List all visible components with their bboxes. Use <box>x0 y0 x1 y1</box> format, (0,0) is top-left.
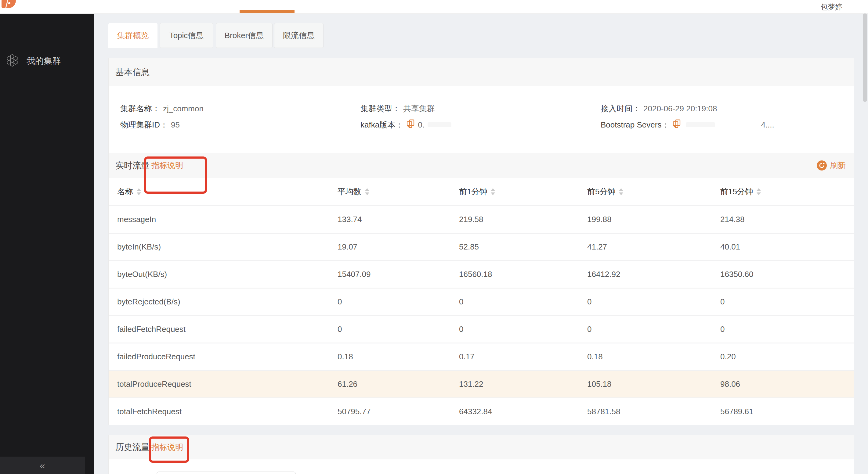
column-header-average[interactable]: 平均数 <box>338 178 369 205</box>
metric-value: 52.85 <box>459 234 479 260</box>
metric-value: 0.20 <box>720 343 736 370</box>
page: 包梦婷 我的集群 « 集群概览 Topic信息 Broker信息 限流信息 <box>0 0 868 474</box>
field-cluster-type: 集群类型： 共享集群 <box>361 102 435 115</box>
metric-value: 0 <box>338 289 342 315</box>
table-row[interactable]: byteIn(KB/s) 19.07 52.85 41.27 40.01 <box>108 233 854 260</box>
tab-label: Broker信息 <box>225 30 264 41</box>
column-header-last-15min[interactable]: 前15分钟 <box>720 178 761 205</box>
double-left-chevron-icon: « <box>40 461 45 470</box>
redacted-blur <box>428 122 452 127</box>
metric-doc-link[interactable]: 指标说明 <box>151 435 183 459</box>
table-row-highlighted[interactable]: totalProduceRequest 61.26 131.22 105.18 … <box>108 370 854 398</box>
metric-name: byteRejected(B/s) <box>117 289 180 315</box>
sidebar-collapse-button[interactable]: « <box>0 456 85 474</box>
copy-icon[interactable] <box>673 119 681 131</box>
column-header-last-5min[interactable]: 前5分钟 <box>587 178 623 205</box>
user-name[interactable]: 包梦婷 <box>820 2 842 12</box>
field-label: kafka版本： <box>361 120 403 130</box>
field-value-tail: 4.... <box>761 120 774 130</box>
tab-broker-info[interactable]: Broker信息 <box>216 23 273 48</box>
sidebar-item-my-clusters[interactable]: 我的集群 <box>0 52 94 70</box>
column-label: 平均数 <box>338 187 361 197</box>
metric-value: 50795.77 <box>338 398 371 425</box>
table-row[interactable]: totalFetchRequest 50795.77 64332.84 5878… <box>108 398 854 425</box>
tab-cluster-overview[interactable]: 集群概览 <box>108 23 157 48</box>
tab-label: 限流信息 <box>283 30 315 41</box>
tab-topic-info[interactable]: Topic信息 <box>160 23 213 48</box>
metric-value: 61.26 <box>338 371 358 398</box>
metric-name: totalProduceRequest <box>117 371 191 398</box>
metric-value: 0 <box>459 289 463 315</box>
vertical-scrollbar-thumb[interactable] <box>863 13 867 102</box>
active-nav-underline <box>240 10 294 13</box>
realtime-traffic-header: 实时流量 指标说明 刷新 <box>108 153 854 178</box>
metric-value: 15407.09 <box>338 261 371 287</box>
metric-value: 16560.18 <box>459 261 492 287</box>
field-bootstrap-servers: Bootstrap Severs： 4.... <box>601 118 774 131</box>
sort-carets-icon[interactable] <box>491 188 495 195</box>
field-label: 集群类型： <box>361 103 400 114</box>
metric-value: 16412.92 <box>587 261 620 287</box>
basic-info-row: 集群名称： zj_common 集群类型： 共享集群 接入时间： 2020-06… <box>108 102 854 115</box>
field-value: 95 <box>171 120 180 130</box>
field-label: 接入时间： <box>601 103 640 114</box>
metric-value: 105.18 <box>587 371 612 398</box>
metric-name: failedFetchRequest <box>117 316 186 342</box>
field-label: 物理集群ID： <box>120 120 168 130</box>
metric-value: 98.06 <box>720 371 740 398</box>
table-row[interactable]: byteRejected(B/s) 0 0 0 0 <box>108 287 854 315</box>
column-label: 前1分钟 <box>459 187 487 197</box>
column-label: 前15分钟 <box>720 187 753 197</box>
metric-value: 0 <box>587 289 591 315</box>
metric-name: messageIn <box>117 206 156 233</box>
sort-carets-icon[interactable] <box>756 188 761 195</box>
metric-value: 40.01 <box>720 234 740 260</box>
field-value: 共享集群 <box>403 103 435 114</box>
metric-value: 219.58 <box>459 206 484 233</box>
sidebar-item-label: 我的集群 <box>27 55 61 67</box>
sort-carets-icon[interactable] <box>137 188 141 195</box>
refresh-label: 刷新 <box>830 160 846 171</box>
metric-value: 0 <box>720 316 724 342</box>
tab-label: Topic信息 <box>169 30 204 41</box>
metric-value: 214.38 <box>720 206 745 233</box>
sort-carets-icon[interactable] <box>365 188 369 195</box>
sidebar: 我的集群 « <box>0 14 94 474</box>
metric-name: byteOut(KB/s) <box>117 261 167 287</box>
basic-info-row: 物理集群ID： 95 kafka版本： 0. Bootstrap Severs： <box>108 118 854 131</box>
field-kafka-version: kafka版本： 0. <box>361 118 452 131</box>
section-title: 基本信息 <box>115 58 150 86</box>
metric-value: 0.18 <box>338 343 353 370</box>
brand-logo-icon[interactable] <box>2 0 16 8</box>
history-traffic-panel: 历史流量 指标说明 <box>108 435 854 474</box>
metric-value: 0 <box>459 316 463 342</box>
metric-value: 64332.84 <box>459 398 492 425</box>
table-row[interactable]: messageIn 133.74 219.58 199.88 214.38 <box>108 205 854 233</box>
table-row[interactable]: failedProduceRequest 0.18 0.17 0.18 0.20 <box>108 342 854 370</box>
refresh-icon <box>817 161 827 170</box>
history-traffic-header: 历史流量 指标说明 <box>108 435 854 460</box>
field-label: 集群名称： <box>120 103 160 114</box>
sort-carets-icon[interactable] <box>619 188 623 195</box>
refresh-button[interactable]: 刷新 <box>817 153 846 178</box>
metric-doc-link[interactable]: 指标说明 <box>151 153 183 178</box>
metric-value: 19.07 <box>338 234 358 260</box>
metric-value: 0.17 <box>459 343 474 370</box>
metric-value: 131.22 <box>459 371 484 398</box>
column-label: 名称 <box>117 187 133 197</box>
column-header-last-1min[interactable]: 前1分钟 <box>459 178 495 205</box>
honeycomb-cluster-icon <box>5 54 19 69</box>
tab-label: 集群概览 <box>117 30 149 41</box>
redacted-blur <box>686 122 715 127</box>
table-row[interactable]: byteOut(KB/s) 15407.09 16560.18 16412.92… <box>108 260 854 287</box>
metric-value: 56789.61 <box>720 398 753 425</box>
metric-name: byteIn(KB/s) <box>117 234 161 260</box>
time-range-selector-partial[interactable] <box>157 472 296 474</box>
table-row[interactable]: failedFetchRequest 0 0 0 0 <box>108 315 854 342</box>
column-header-name[interactable]: 名称 <box>117 178 141 205</box>
field-value: 2020-06-29 20:19:08 <box>643 104 717 113</box>
field-physical-cluster-id: 物理集群ID： 95 <box>120 118 180 131</box>
tab-throttle-info[interactable]: 限流信息 <box>274 23 323 48</box>
top-bar: 包梦婷 <box>0 0 868 14</box>
copy-icon[interactable] <box>407 119 415 131</box>
